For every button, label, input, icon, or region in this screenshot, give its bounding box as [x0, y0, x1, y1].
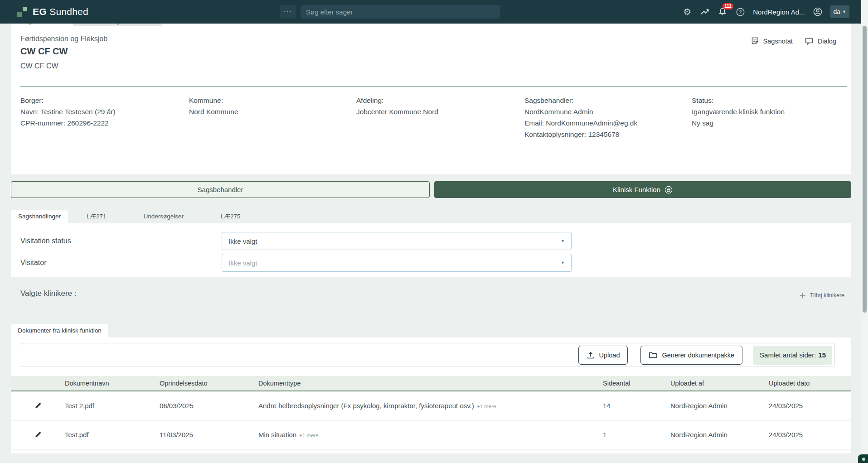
chevron-down-icon: ▼ — [842, 10, 846, 14]
trend-chart-icon[interactable] — [700, 7, 710, 17]
col-oprindelsesdato: Oprindelsesdato — [160, 376, 258, 391]
tab-undersoegelser[interactable]: Undersøgelser — [125, 210, 203, 223]
app-header: EGSundhed ··· ⚙ 111 ? NordRegion Ad... d… — [0, 0, 861, 24]
tab-sagshandlinger[interactable]: Sagshandlinger — [11, 210, 68, 223]
valgte-klinikere-label: Valgte klinikere : — [20, 289, 76, 298]
edit-column-header — [11, 376, 65, 391]
more-types-tag[interactable]: +1 mere — [299, 433, 319, 438]
info-kommune: Kommune: Nord Kommune — [189, 95, 356, 140]
visitation-status-label: Visitation status — [20, 232, 71, 250]
info-sagsbehandler: Sagsbehandler: NordKommune Admin Email: … — [524, 95, 692, 140]
case-note-button[interactable]: Sagsnotat — [751, 37, 793, 45]
documents-table-header: Dokumentnavn Oprindelsesdato Dokumenttyp… — [11, 376, 851, 391]
edit-document-button[interactable] — [33, 429, 44, 440]
visitation-form: Visitation status Ikke valgt ▼ Visitator… — [11, 223, 851, 277]
col-dokumentnavn: Dokumentnavn — [65, 376, 160, 391]
case-subtitle: CW CF CW — [20, 62, 58, 70]
role-toggle: Sagsbehandler Klinisk Funktion — [11, 181, 851, 198]
col-sideantal: Sideantal — [603, 376, 670, 391]
lock-circle-icon — [664, 186, 673, 194]
doc-type: Andre helbredsoplysninger (Fx psykolog, … — [258, 391, 603, 420]
settings-gear-icon[interactable]: ⚙ — [682, 7, 692, 17]
search-input[interactable] — [301, 5, 500, 19]
col-uploadet-af: Uploadet af — [670, 376, 769, 391]
info-borger: Borger: Navn: Testine Testesen (29 år) C… — [20, 95, 189, 140]
sagsbehandler-button[interactable]: Sagsbehandler — [11, 181, 430, 198]
app-logo: EGSundhed — [17, 6, 88, 18]
more-options-button[interactable]: ··· — [280, 5, 296, 19]
doc-pages: 14 — [603, 391, 670, 420]
edit-document-button[interactable] — [33, 400, 44, 411]
svg-text:?: ? — [739, 9, 742, 14]
case-dialog-button[interactable]: Dialog — [805, 37, 836, 45]
doc-uploaded-date: 24/03/2025 — [769, 391, 851, 420]
current-user-name[interactable]: NordRegion Ad... — [753, 8, 805, 16]
section-tabs: Sagshandlinger LÆ271 Undersøgelser LÆ275 — [11, 210, 259, 223]
visitator-select[interactable]: Ikke valgt ▼ — [222, 254, 572, 272]
documents-panel: Upload Generer dokumentpakke Samlet anta… — [11, 338, 851, 453]
visitation-status-select[interactable]: Ikke valgt ▼ — [222, 232, 572, 250]
eg-logo-icon — [17, 6, 28, 18]
app-title: EGSundhed — [33, 6, 88, 17]
note-icon — [751, 37, 759, 45]
help-icon[interactable]: ? — [735, 7, 745, 17]
doc-origin-date: 06/03/2025 — [160, 391, 258, 420]
notifications-count-badge: 111 — [723, 3, 733, 10]
documents-toolbar: Upload Generer dokumentpakke Samlet anta… — [21, 343, 835, 367]
add-clinicians-button[interactable]: Tilføj klinikere — [800, 292, 844, 299]
table-row: Test 2.pdf 06/03/2025 Andre helbredsoply… — [11, 391, 851, 420]
documents-table: Dokumentnavn Oprindelsesdato Dokumenttyp… — [11, 376, 851, 449]
col-dokumenttype: Dokumenttype — [258, 376, 603, 391]
upload-icon — [587, 351, 595, 359]
case-category: Førtidspension og Fleksjob — [20, 35, 107, 43]
scrollbar-thumb[interactable] — [863, 26, 867, 313]
table-row: Test.pdf 11/03/2025 Min situation+1 mere… — [11, 420, 851, 449]
doc-pages: 1 — [603, 420, 670, 449]
doc-uploaded-date: 24/03/2025 — [769, 420, 851, 449]
total-pages-badge: Samlet antal sider:15 — [753, 346, 832, 365]
info-status: Status: Igangværende klinisk funktion Ny… — [692, 95, 847, 140]
plus-icon — [800, 293, 805, 299]
language-selector[interactable]: da▼ — [830, 5, 850, 18]
doc-uploaded-by: NordRegion Admin — [670, 420, 769, 449]
pencil-icon — [34, 402, 42, 409]
page-scrollbar — [861, 0, 868, 463]
case-title: CW CF CW — [20, 46, 68, 57]
corner-widget-button[interactable] — [858, 454, 868, 463]
doc-uploaded-by: NordRegion Admin — [670, 391, 769, 420]
doc-name: Test.pdf — [65, 420, 160, 449]
doc-name: Test 2.pdf — [65, 391, 160, 420]
tab-lae271[interactable]: LÆ271 — [68, 210, 125, 223]
col-uploadet-dato: Uploadet dato — [769, 376, 851, 391]
account-avatar-icon[interactable] — [813, 7, 823, 17]
dialog-icon — [805, 37, 814, 45]
info-afdeling: Afdeling: Jobcenter Kommune Nord — [356, 95, 524, 140]
upload-button[interactable]: Upload — [578, 346, 628, 365]
case-info-grid: Borger: Navn: Testine Testesen (29 år) C… — [20, 95, 847, 140]
tab-lae275[interactable]: LÆ275 — [202, 210, 259, 223]
visitator-label: Visitator — [20, 254, 47, 272]
tab-dokumenter-fra-klinisk-funktion[interactable]: Dokumenter fra klinisk funktion — [11, 324, 108, 338]
more-types-tag[interactable]: +1 mere — [477, 404, 496, 409]
divider — [20, 86, 847, 87]
folder-icon — [649, 351, 657, 359]
pencil-icon — [34, 431, 42, 438]
doc-origin-date: 11/03/2025 — [160, 420, 258, 449]
doc-type: Min situation+1 mere — [258, 420, 603, 449]
chevron-down-icon: ▼ — [561, 260, 565, 265]
generate-document-package-button[interactable]: Generer dokumentpakke — [640, 346, 742, 365]
case-info-card: Førtidspension og Fleksjob CW CF CW CW C… — [11, 26, 851, 174]
chevron-down-icon: ▼ — [561, 239, 565, 243]
klinisk-funktion-button[interactable]: Klinisk Funktion — [434, 181, 851, 198]
notifications-bell-icon[interactable]: 111 — [718, 7, 727, 17]
